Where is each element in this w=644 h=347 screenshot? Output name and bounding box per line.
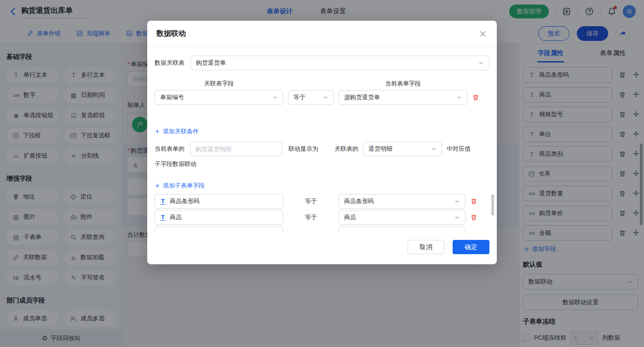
subfield-rows: T 商品条形码 等于 商品条形码 T 商品 等于 商品 (155, 194, 489, 233)
mapping-row: 当前表单的 联动显示为 关联表的 退货明细 中对应值 (155, 142, 471, 156)
modal-header: 数据联动 (147, 21, 497, 46)
subfield-target-value: 商品 (344, 213, 356, 222)
condition-column-headers: 关联表字段 当前表单字段 (155, 80, 489, 88)
link-table-label: 数据关联表 (155, 59, 184, 67)
mapping-prefix-label: 当前表单的 (155, 145, 184, 153)
add-subfield-link[interactable]: 添加子表单字段 (155, 182, 205, 190)
condition-row: 单据编号 等于 源购货退货单 (155, 90, 489, 105)
modal-title: 数据联动 (156, 29, 186, 39)
col-header-current-field: 当前表单字段 (339, 80, 467, 88)
subfield-target-value: 商品条形码 (344, 197, 374, 205)
add-condition-label: 添加关联条件 (163, 127, 199, 136)
condition-field-value: 单据编号 (160, 93, 184, 102)
modal-footer: 取消 确定 (408, 240, 489, 254)
cancel-button[interactable]: 取消 (408, 240, 444, 254)
mapping-of-table-label: 关联表的 (334, 145, 358, 153)
chevron-down-icon (456, 95, 462, 100)
subfield-row-product: T 商品 等于 商品 (155, 210, 489, 225)
col-header-link-field: 关联表字段 (155, 80, 283, 88)
subfield-op-label: 等于 (288, 197, 334, 205)
condition-op-select[interactable]: 等于 (288, 90, 334, 105)
add-condition-link[interactable]: 添加关联条件 (155, 127, 199, 136)
subfield-row-partial (155, 226, 489, 233)
condition-field-select[interactable]: 单据编号 (155, 90, 283, 105)
delete-condition-icon[interactable] (472, 94, 479, 101)
modal-scrollbar[interactable] (491, 194, 494, 216)
link-table-row: 数据关联表 购货退货单 (155, 56, 489, 70)
mapping-middle-label: 联动显示为 (288, 145, 318, 153)
confirm-button[interactable]: 确定 (453, 240, 489, 254)
mapping-target-value: 退货明细 (368, 145, 392, 153)
chevron-down-icon (323, 95, 328, 100)
subfield-linkage-title: 子字段数据联动 (155, 160, 196, 168)
link-table-value: 购货退货单 (196, 59, 226, 67)
app-window: 购货退货出库单 表单设计 表单设置 数据管理 存 表单外链 (0, 0, 644, 347)
mapping-field-input[interactable] (190, 142, 282, 156)
delete-subfield-icon[interactable] (470, 214, 477, 221)
subfield-source-label: 商品条形码 (170, 197, 200, 205)
subfield-source-box[interactable]: T 商品 (155, 210, 283, 225)
chevron-down-icon (478, 60, 484, 66)
chevron-down-icon (454, 199, 460, 204)
subfield-source-label: 商品 (170, 213, 182, 222)
chevron-down-icon (272, 95, 278, 100)
subfield-target-select[interactable] (339, 226, 466, 233)
chevron-down-icon (431, 146, 437, 152)
plus-icon (155, 129, 160, 134)
mapping-target-select[interactable]: 退货明细 (363, 142, 442, 156)
mapping-suffix-label: 中对应值 (447, 145, 471, 153)
subfield-row-barcode: T 商品条形码 等于 商品条形码 (155, 194, 489, 209)
link-table-select[interactable]: 购货退货单 (190, 56, 489, 70)
condition-op-value: 等于 (293, 93, 305, 102)
delete-subfield-icon[interactable] (470, 198, 477, 205)
subfield-source-box[interactable] (155, 226, 283, 233)
text-icon: T (160, 214, 166, 221)
condition-target-value: 源购货退货单 (344, 93, 380, 102)
subfield-target-select[interactable]: 商品条形码 (339, 194, 466, 209)
add-subfield-label: 添加子表单字段 (163, 182, 205, 190)
subfield-target-select[interactable]: 商品 (339, 210, 466, 225)
condition-target-select[interactable]: 源购货退货单 (339, 90, 467, 105)
chevron-down-icon (454, 215, 460, 220)
data-linkage-modal: 数据联动 数据关联表 购货退货单 关联表字段 当前表单字段 单据编号 等于 (147, 21, 497, 264)
subfield-op-label: 等于 (288, 213, 334, 222)
text-icon: T (160, 198, 166, 205)
subfield-source-box[interactable]: T 商品条形码 (155, 194, 283, 209)
close-icon[interactable] (479, 30, 487, 38)
plus-icon (155, 183, 160, 188)
